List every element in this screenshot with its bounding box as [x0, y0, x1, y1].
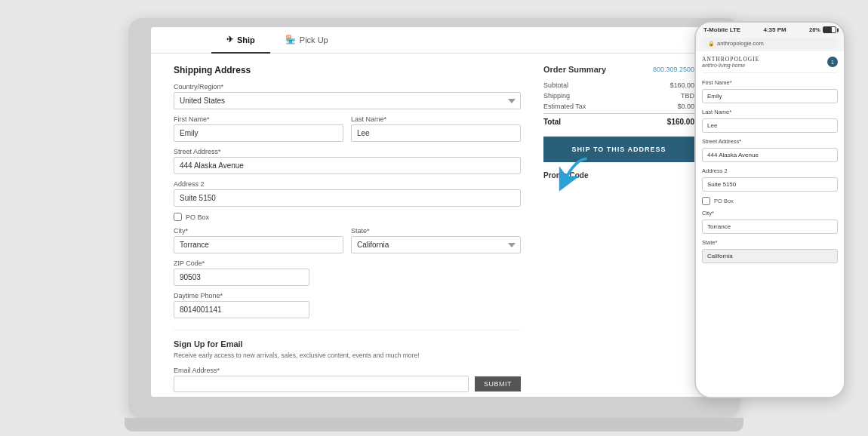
- battery-fill: [823, 27, 832, 32]
- phone-address2-input[interactable]: [702, 177, 838, 192]
- phone-link[interactable]: 800.309.2500: [653, 66, 694, 73]
- arrow-icon: [547, 150, 593, 195]
- tab-pickup[interactable]: 🏪 Pick Up: [270, 27, 343, 54]
- anthro-logo: ANTHROPOLOGIE: [702, 56, 759, 63]
- shipping-value: TBD: [681, 92, 694, 100]
- phone-address2-label: Address 2: [702, 167, 838, 174]
- city-input[interactable]: [174, 236, 343, 253]
- phone-po-box-row: PO Box: [702, 197, 838, 205]
- order-summary: Order Summary 800.309.2500 Subtotal $160…: [543, 65, 694, 397]
- tax-label: Estimated Tax: [543, 103, 586, 110]
- zip-input[interactable]: [174, 269, 309, 286]
- country-group: Country/Region* United States: [174, 83, 521, 109]
- total-value: $160.00: [667, 118, 694, 126]
- street-label: Street Address*: [174, 148, 521, 155]
- phone-body: ANTHROPOLOGIE anthro·living·home 1 First…: [696, 51, 844, 397]
- tabs-container: ✈ Ship 🏪 Pick Up: [151, 27, 717, 54]
- email-submit-button[interactable]: SUBMIT: [475, 376, 521, 391]
- email-signup-desc: Receive early access to new arrivals, sa…: [174, 352, 521, 361]
- po-box-label: PO Box: [186, 213, 209, 221]
- street-input[interactable]: [174, 157, 521, 174]
- phone-first-name-input[interactable]: [702, 89, 838, 103]
- tax-value: $0.00: [677, 103, 694, 110]
- laptop-screen: ✈ Ship 🏪 Pick Up Shipping Address Countr…: [151, 27, 717, 397]
- tax-row: Estimated Tax $0.00: [543, 103, 694, 110]
- zip-label: ZIP Code*: [174, 259, 521, 267]
- tab-ship[interactable]: ✈ Ship: [211, 27, 270, 54]
- phone-state-select[interactable]: California: [702, 249, 838, 263]
- shipping-label: Shipping: [543, 92, 570, 100]
- phone-last-name-input[interactable]: [702, 118, 838, 133]
- address2-input[interactable]: [174, 189, 521, 207]
- name-row: First Name* Last Name*: [174, 115, 521, 148]
- main-area: Shipping Address Country/Region* United …: [151, 54, 717, 397]
- ship-icon: ✈: [226, 35, 233, 45]
- phone-po-box-label: PO Box: [714, 198, 734, 204]
- last-name-group: Last Name*: [351, 115, 521, 142]
- status-right: 26%: [809, 26, 836, 33]
- country-label: Country/Region*: [174, 83, 521, 91]
- screen-content: ✈ Ship 🏪 Pick Up Shipping Address Countr…: [151, 27, 717, 397]
- email-input[interactable]: [174, 376, 469, 392]
- phone-city-group: City*: [702, 210, 838, 234]
- anthro-nav: ANTHROPOLOGIE anthro·living·home 1: [702, 56, 838, 73]
- phone-po-box-checkbox[interactable]: [702, 197, 710, 205]
- shipping-form: Shipping Address Country/Region* United …: [174, 65, 521, 397]
- battery-text: 26%: [809, 26, 820, 33]
- pickup-tab-label: Pick Up: [300, 35, 328, 45]
- address2-group: Address 2: [174, 180, 521, 207]
- total-label: Total: [543, 118, 561, 126]
- battery-icon: [823, 26, 836, 33]
- carrier-text: T-Mobile LTE: [703, 26, 740, 33]
- laptop-bottom: [125, 418, 743, 431]
- email-form-row: SUBMIT: [174, 376, 521, 392]
- phone-url-bar[interactable]: 🔒 anthropologie.com: [702, 38, 838, 49]
- address2-label: Address 2: [174, 180, 521, 188]
- first-name-input[interactable]: [174, 124, 343, 142]
- subtotal-label: Subtotal: [543, 81, 568, 89]
- zip-group: ZIP Code*: [174, 259, 521, 286]
- cart-badge[interactable]: 1: [827, 57, 838, 67]
- email-input-label: Email Address*: [174, 367, 521, 374]
- summary-title: Order Summary: [543, 65, 606, 74]
- phone-first-name-label: First Name*: [702, 79, 838, 86]
- street-group: Street Address*: [174, 148, 521, 174]
- phone-group: Daytime Phone*: [174, 292, 521, 318]
- po-box-checkbox[interactable]: [174, 213, 182, 221]
- lock-icon: 🔒: [708, 41, 715, 47]
- email-signup-title: Sign Up for Email: [174, 339, 521, 348]
- phone-frame: T-Mobile LTE 4:35 PM 26% 🔒 anthropologie…: [694, 21, 845, 398]
- phone-street-input[interactable]: [702, 148, 838, 162]
- url-text: anthropologie.com: [717, 40, 764, 47]
- phone-first-name-group: First Name*: [702, 79, 838, 103]
- phone-street-label: Street Address*: [702, 138, 838, 145]
- phone-state-label: State*: [702, 239, 838, 246]
- summary-header: Order Summary 800.309.2500: [543, 65, 694, 74]
- phone-street-group: Street Address*: [702, 138, 838, 162]
- ship-tab-label: Ship: [237, 35, 255, 45]
- phone-state-group: State* California: [702, 239, 838, 263]
- country-select[interactable]: United States: [174, 92, 521, 109]
- phone-city-label: City*: [702, 210, 838, 216]
- city-state-row: City* State* California: [174, 227, 521, 259]
- subtotal-value: $160.00: [669, 81, 694, 89]
- last-name-label: Last Name*: [351, 115, 521, 123]
- anthro-home-logo: anthro·living·home: [702, 63, 759, 68]
- state-group: State* California: [351, 227, 521, 253]
- time-text: 4:35 PM: [763, 26, 786, 33]
- first-name-label: First Name*: [174, 115, 343, 123]
- total-row: Total $160.00: [543, 113, 694, 126]
- laptop-frame: ✈ Ship 🏪 Pick Up Shipping Address Countr…: [128, 18, 740, 418]
- state-select[interactable]: California: [351, 236, 521, 253]
- phone-city-input[interactable]: [702, 220, 838, 234]
- po-box-row: PO Box: [174, 213, 521, 221]
- last-name-input[interactable]: [351, 124, 521, 142]
- pickup-icon: 🏪: [285, 35, 296, 45]
- arrow-container: [547, 150, 593, 198]
- phone-last-name-label: Last Name*: [702, 109, 838, 115]
- city-group: City*: [174, 227, 343, 253]
- subtotal-row: Subtotal $160.00: [543, 81, 694, 89]
- phone-label: Daytime Phone*: [174, 292, 521, 299]
- phone-input[interactable]: [174, 301, 309, 318]
- phone-address2-group: Address 2: [702, 167, 838, 192]
